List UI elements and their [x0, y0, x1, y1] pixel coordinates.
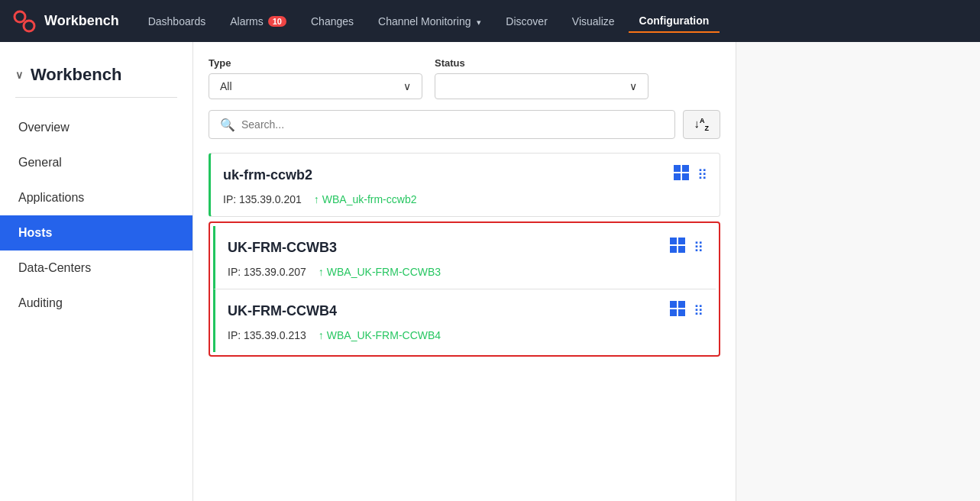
table-row[interactable]: UK-FRM-CCWB4 ⠿	[213, 289, 716, 352]
svg-rect-13	[678, 309, 685, 316]
sidebar-item-overview[interactable]: Overview	[0, 110, 192, 145]
status-up-icon: ↑	[314, 193, 319, 205]
sidebar: ∨ Workbench Overview General Application…	[0, 42, 193, 501]
sort-az-icon: ↓AZ	[694, 117, 710, 132]
host-ip: IP: 135.39.0.213	[228, 329, 306, 341]
host-ip: IP: 135.39.0.201	[223, 193, 302, 205]
svg-rect-10	[670, 301, 677, 308]
status-up-icon: ↑	[319, 329, 324, 341]
host-name: UK-FRM-CCWB3	[228, 240, 337, 256]
host-name: UK-FRM-CCWB4	[228, 303, 337, 319]
main-content: Type All ∨ Status ∨ 🔍 ↓AZ	[193, 42, 736, 501]
host-wba: ↑ WBA_UK-FRM-CCWB4	[319, 329, 441, 341]
svg-rect-11	[678, 301, 685, 308]
topnav: Workbench Dashboards Alarms 10 Changes C…	[0, 0, 980, 42]
host-wba: ↑ WBA_uk-frm-ccwb2	[314, 193, 417, 205]
search-row: 🔍 ↓AZ	[209, 110, 720, 139]
search-wrapper[interactable]: 🔍	[209, 110, 675, 139]
nav-changes[interactable]: Changes	[300, 11, 364, 32]
nav-channel-monitoring[interactable]: Channel Monitoring ▾	[367, 11, 492, 32]
search-icon: 🔍	[220, 118, 235, 132]
type-filter-select[interactable]: All ∨	[209, 73, 422, 99]
windows-icon	[673, 164, 690, 186]
sidebar-item-auditing[interactable]: Auditing	[0, 286, 192, 321]
chevron-down-icon: ▾	[477, 18, 481, 27]
nav-items: Dashboards Alarms 10 Changes Channel Mon…	[137, 10, 968, 33]
svg-rect-6	[670, 238, 677, 244]
svg-rect-9	[678, 246, 685, 253]
sidebar-item-general[interactable]: General	[0, 145, 192, 180]
sidebar-item-hosts[interactable]: Hosts	[0, 215, 192, 250]
host-ip: IP: 135.39.0.207	[228, 266, 306, 278]
sidebar-divider	[15, 97, 177, 98]
nav-dashboards[interactable]: Dashboards	[137, 11, 217, 32]
app-logo-icon	[12, 9, 37, 34]
svg-point-1	[24, 21, 34, 31]
chevron-down-icon: ∨	[403, 80, 411, 92]
right-panel	[736, 42, 980, 501]
alarm-badge: 10	[268, 16, 286, 27]
table-row[interactable]: uk-frm-ccwb2 ⠿	[209, 153, 720, 217]
search-input[interactable]	[241, 118, 664, 131]
more-options-icon[interactable]: ⠿	[694, 302, 703, 319]
sort-button[interactable]: ↓AZ	[683, 110, 721, 139]
brand-logo[interactable]: Workbench	[12, 9, 119, 34]
svg-point-0	[15, 11, 25, 22]
host-name: uk-frm-ccwb2	[223, 167, 312, 183]
more-options-icon[interactable]: ⠿	[697, 166, 707, 183]
svg-rect-8	[670, 246, 677, 253]
sidebar-item-applications[interactable]: Applications	[0, 180, 192, 215]
main-layout: ∨ Workbench Overview General Application…	[0, 42, 980, 501]
svg-rect-3	[682, 165, 689, 172]
svg-rect-2	[674, 165, 681, 172]
selected-group: UK-FRM-CCWB3 ⠿	[209, 221, 720, 357]
sidebar-heading: ∨ Workbench	[0, 57, 192, 97]
nav-alarms[interactable]: Alarms 10	[219, 11, 297, 32]
host-list: uk-frm-ccwb2 ⠿	[209, 153, 720, 357]
status-filter-label: Status	[435, 57, 648, 69]
chevron-down-icon: ∨	[629, 80, 637, 92]
status-filter-group: Status ∨	[435, 57, 648, 99]
more-options-icon[interactable]: ⠿	[694, 239, 703, 256]
nav-discover[interactable]: Discover	[495, 11, 558, 32]
type-filter-label: Type	[209, 57, 422, 69]
chevron-down-icon: ∨	[15, 69, 23, 81]
svg-rect-5	[682, 173, 689, 180]
svg-rect-12	[670, 309, 677, 316]
nav-configuration[interactable]: Configuration	[629, 10, 720, 33]
sidebar-item-data-centers[interactable]: Data-Centers	[0, 250, 192, 286]
nav-visualize[interactable]: Visualize	[561, 11, 626, 32]
windows-icon	[669, 300, 686, 322]
brand-name: Workbench	[44, 13, 119, 29]
type-filter-group: Type All ∨	[209, 57, 422, 99]
status-up-icon: ↑	[319, 266, 324, 278]
host-wba: ↑ WBA_UK-FRM-CCWB3	[319, 266, 441, 278]
svg-rect-4	[674, 173, 681, 180]
svg-rect-7	[678, 238, 685, 244]
filters-row: Type All ∨ Status ∨	[209, 57, 720, 99]
table-row[interactable]: UK-FRM-CCWB3 ⠿	[213, 226, 716, 289]
status-filter-select[interactable]: ∨	[435, 73, 648, 99]
windows-icon	[669, 237, 686, 258]
